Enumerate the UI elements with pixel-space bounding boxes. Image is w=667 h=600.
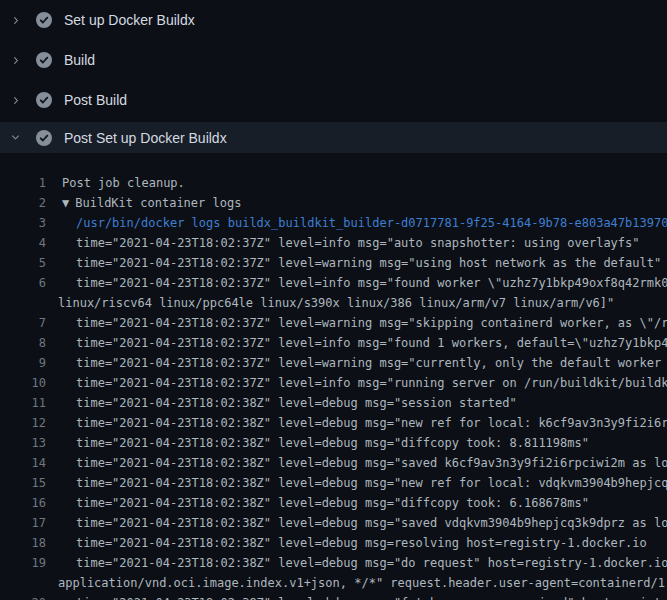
line-number[interactable]: 10 — [0, 373, 46, 393]
line-number[interactable]: 4 — [0, 233, 46, 253]
log-text-body: BuildKit container logs — [75, 196, 241, 210]
log-text: time="2021-04-23T18:02:38Z" level=debug … — [58, 393, 667, 413]
log-text-body: time="2021-04-23T18:02:38Z" level=debug … — [76, 516, 667, 530]
line-number[interactable]: 8 — [0, 333, 46, 353]
log-text-body: time="2021-04-23T18:02:38Z" level=debug … — [76, 416, 667, 430]
line-number — [0, 293, 46, 313]
log-line: 15 time="2021-04-23T18:02:38Z" level=deb… — [0, 473, 667, 493]
log-text: time="2021-04-23T18:02:37Z" level=warnin… — [58, 353, 667, 373]
step-header-post-build[interactable]: Post Build — [0, 80, 667, 120]
log-text: time="2021-04-23T18:02:37Z" level=warnin… — [58, 313, 667, 333]
log-text-body: time="2021-04-23T18:02:37Z" level=info m… — [76, 236, 640, 250]
step-header-post-set-up-docker-buildx[interactable]: Post Set up Docker Buildx — [0, 122, 667, 153]
line-number — [0, 573, 46, 593]
log-text: time="2021-04-23T18:02:38Z" level=debug … — [58, 433, 667, 453]
log-line: 8 time="2021-04-23T18:02:37Z" level=info… — [0, 333, 667, 353]
log-text-body: time="2021-04-23T18:02:38Z" level=debug … — [76, 436, 589, 450]
line-number[interactable]: 15 — [0, 473, 46, 493]
step-title: Post Build — [64, 92, 127, 108]
line-number[interactable]: 9 — [0, 353, 46, 373]
step-title: Post Set up Docker Buildx — [64, 130, 227, 146]
log-text: time="2021-04-23T18:02:38Z" level=debug … — [58, 493, 667, 513]
log-text: time="2021-04-23T18:02:37Z" level=info m… — [58, 373, 667, 393]
log-text-body: time="2021-04-23T18:02:38Z" level=debug … — [76, 556, 667, 570]
log-text-body: time="2021-04-23T18:02:37Z" level=info m… — [76, 336, 667, 350]
log-text-body: Post job cleanup. — [62, 176, 185, 190]
log-line: 20 time="2021-04-23T18:02:38Z" level=deb… — [0, 593, 667, 600]
line-number[interactable]: 5 — [0, 253, 46, 273]
line-number[interactable]: 12 — [0, 413, 46, 433]
log-line: 17 time="2021-04-23T18:02:38Z" level=deb… — [0, 513, 667, 533]
line-number[interactable]: 19 — [0, 553, 46, 573]
log-text: time="2021-04-23T18:02:37Z" level=info m… — [58, 233, 667, 253]
log-text-body: time="2021-04-23T18:02:38Z" level=debug … — [76, 456, 667, 470]
step-title: Set up Docker Buildx — [64, 12, 195, 28]
log-line: linux/riscv64 linux/ppc64le linux/s390x … — [0, 293, 667, 313]
step-header-build[interactable]: Build — [0, 40, 667, 80]
log-text: time="2021-04-23T18:02:38Z" level=debug … — [58, 533, 667, 553]
line-number[interactable]: 2 — [0, 193, 46, 213]
chevron-right-icon — [10, 55, 24, 66]
log-text[interactable]: ▼BuildKit container logs — [58, 193, 667, 213]
log-line: 11 time="2021-04-23T18:02:38Z" level=deb… — [0, 393, 667, 413]
line-number[interactable]: 3 — [0, 213, 46, 233]
check-circle-icon — [36, 130, 52, 146]
line-number[interactable]: 14 — [0, 453, 46, 473]
line-number[interactable]: 11 — [0, 393, 46, 413]
log-text: time="2021-04-23T18:02:37Z" level=info m… — [58, 333, 667, 353]
log-text: time="2021-04-23T18:02:38Z" level=debug … — [58, 553, 667, 573]
line-number[interactable]: 17 — [0, 513, 46, 533]
log-line: 6 time="2021-04-23T18:02:37Z" level=info… — [0, 273, 667, 293]
check-circle-icon — [36, 12, 52, 28]
group-collapse-triangle-icon[interactable]: ▼ — [62, 196, 69, 210]
log-text-body: linux/riscv64 linux/ppc64le linux/s390x … — [58, 296, 614, 310]
log-line: 10 time="2021-04-23T18:02:37Z" level=inf… — [0, 373, 667, 393]
check-circle-icon — [36, 92, 52, 108]
log-line: 2 ▼BuildKit container logs — [0, 193, 667, 213]
steps-list: Set up Docker Buildx Build — [0, 0, 667, 153]
line-number[interactable]: 18 — [0, 533, 46, 553]
chevron-right-icon — [10, 15, 24, 26]
log-text: time="2021-04-23T18:02:37Z" level=info m… — [58, 273, 667, 293]
log-text: /usr/bin/docker logs buildx_buildkit_bui… — [58, 213, 667, 233]
log-text: linux/riscv64 linux/ppc64le linux/s390x … — [58, 293, 667, 313]
log-text-body: time="2021-04-23T18:02:38Z" level=debug … — [76, 536, 647, 550]
log-text-body: time="2021-04-23T18:02:37Z" level=info m… — [76, 376, 667, 390]
log-line: 5 time="2021-04-23T18:02:37Z" level=warn… — [0, 253, 667, 273]
log-text-body: time="2021-04-23T18:02:37Z" level=warnin… — [76, 316, 667, 330]
log-text: time="2021-04-23T18:02:37Z" level=warnin… — [58, 253, 667, 273]
log-text: time="2021-04-23T18:02:38Z" level=debug … — [58, 453, 667, 473]
log-line: 19 time="2021-04-23T18:02:38Z" level=deb… — [0, 553, 667, 573]
step-header-set-up-docker-buildx[interactable]: Set up Docker Buildx — [0, 0, 667, 40]
step-title: Build — [64, 52, 95, 68]
log-text: time="2021-04-23T18:02:38Z" level=debug … — [58, 413, 667, 433]
log-line: 12 time="2021-04-23T18:02:38Z" level=deb… — [0, 413, 667, 433]
line-number[interactable]: 6 — [0, 273, 46, 293]
line-number[interactable]: 16 — [0, 493, 46, 513]
line-number[interactable]: 7 — [0, 313, 46, 333]
log-line: 1 Post job cleanup. — [0, 173, 667, 193]
log-text-body: time="2021-04-23T18:02:38Z" level=debug … — [76, 396, 517, 410]
line-number[interactable]: 20 — [0, 593, 46, 600]
log-line: 9 time="2021-04-23T18:02:37Z" level=warn… — [0, 353, 667, 373]
log-text-body: /usr/bin/docker logs buildx_buildkit_bui… — [76, 216, 667, 230]
log-text-body: time="2021-04-23T18:02:38Z" level=debug … — [76, 476, 667, 490]
log-text-body: application/vnd.oci.image.index.v1+json,… — [58, 576, 667, 590]
log-line: 3 /usr/bin/docker logs buildx_buildkit_b… — [0, 213, 667, 233]
log-text: time="2021-04-23T18:02:38Z" level=debug … — [58, 593, 667, 600]
line-number[interactable]: 13 — [0, 433, 46, 453]
log-line: 18 time="2021-04-23T18:02:38Z" level=deb… — [0, 533, 667, 553]
log-text: time="2021-04-23T18:02:38Z" level=debug … — [58, 473, 667, 493]
log-line: application/vnd.oci.image.index.v1+json,… — [0, 573, 667, 593]
log-line: 14 time="2021-04-23T18:02:38Z" level=deb… — [0, 453, 667, 473]
actions-log-viewer: Set up Docker Buildx Build — [0, 0, 667, 600]
line-number[interactable]: 1 — [0, 173, 46, 193]
log-line: 13 time="2021-04-23T18:02:38Z" level=deb… — [0, 433, 667, 453]
log-line: 4 time="2021-04-23T18:02:37Z" level=info… — [0, 233, 667, 253]
log-text-body: time="2021-04-23T18:02:38Z" level=debug … — [76, 496, 589, 510]
log-text-body: time="2021-04-23T18:02:37Z" level=warnin… — [76, 256, 661, 270]
check-circle-icon — [36, 52, 52, 68]
log-text-body: time="2021-04-23T18:02:38Z" level=debug … — [76, 596, 667, 600]
log-text: time="2021-04-23T18:02:38Z" level=debug … — [58, 513, 667, 533]
log-text-body: time="2021-04-23T18:02:37Z" level=warnin… — [76, 356, 667, 370]
